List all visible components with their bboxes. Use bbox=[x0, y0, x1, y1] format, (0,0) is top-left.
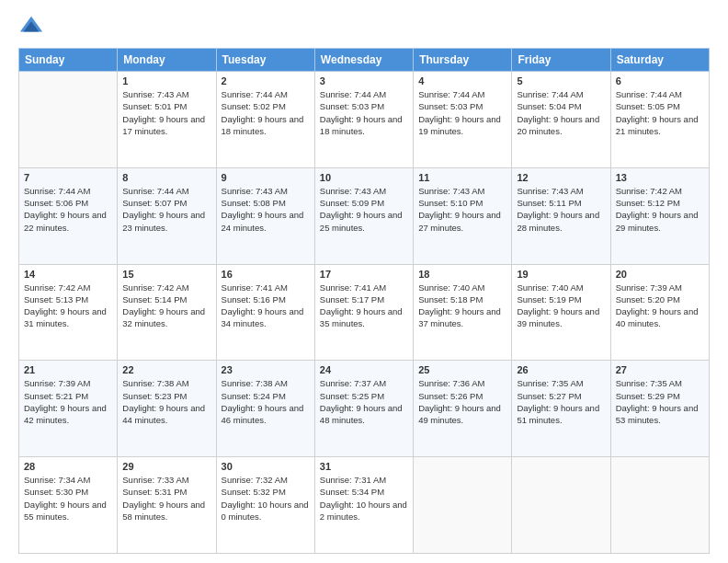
cell-content: Sunrise: 7:43 AMSunset: 5:11 PMDaylight:… bbox=[517, 185, 605, 234]
day-cell: 20Sunrise: 7:39 AMSunset: 5:20 PMDayligh… bbox=[610, 264, 709, 361]
cell-content: Sunrise: 7:32 AMSunset: 5:32 PMDaylight:… bbox=[222, 474, 310, 523]
weekday-header-tuesday: Tuesday bbox=[216, 49, 314, 72]
day-cell: 2Sunrise: 7:44 AMSunset: 5:02 PMDaylight… bbox=[216, 72, 314, 168]
day-number: 26 bbox=[517, 364, 605, 375]
logo-icon bbox=[18, 13, 44, 39]
day-cell: 15Sunrise: 7:42 AMSunset: 5:14 PMDayligh… bbox=[118, 264, 216, 361]
cell-content: Sunrise: 7:43 AMSunset: 5:01 PMDaylight:… bbox=[122, 88, 210, 137]
day-number: 18 bbox=[418, 269, 506, 280]
cell-content: Sunrise: 7:44 AMSunset: 5:07 PMDaylight:… bbox=[122, 185, 210, 234]
day-number: 7 bbox=[24, 172, 112, 183]
day-cell: 14Sunrise: 7:42 AMSunset: 5:13 PMDayligh… bbox=[19, 264, 118, 361]
cell-content: Sunrise: 7:43 AMSunset: 5:10 PMDaylight:… bbox=[418, 185, 506, 234]
day-number: 6 bbox=[616, 75, 704, 86]
day-number: 13 bbox=[616, 172, 704, 183]
cell-content: Sunrise: 7:37 AMSunset: 5:25 PMDaylight:… bbox=[320, 377, 408, 426]
cell-content: Sunrise: 7:31 AMSunset: 5:34 PMDaylight:… bbox=[320, 474, 408, 523]
day-number: 25 bbox=[418, 364, 506, 375]
day-cell: 19Sunrise: 7:40 AMSunset: 5:19 PMDayligh… bbox=[512, 264, 610, 361]
cell-content: Sunrise: 7:34 AMSunset: 5:30 PMDaylight:… bbox=[24, 474, 112, 523]
day-cell bbox=[414, 457, 512, 554]
day-number: 29 bbox=[122, 461, 210, 472]
day-cell: 21Sunrise: 7:39 AMSunset: 5:21 PMDayligh… bbox=[19, 361, 118, 457]
cell-content: Sunrise: 7:40 AMSunset: 5:19 PMDaylight:… bbox=[517, 282, 605, 330]
day-number: 3 bbox=[320, 75, 408, 86]
day-number: 9 bbox=[222, 172, 310, 183]
cell-content: Sunrise: 7:44 AMSunset: 5:06 PMDaylight:… bbox=[24, 185, 112, 234]
day-number: 15 bbox=[122, 269, 210, 280]
weekday-header-wednesday: Wednesday bbox=[314, 49, 413, 72]
day-number: 16 bbox=[222, 269, 310, 280]
day-cell: 9Sunrise: 7:43 AMSunset: 5:08 PMDaylight… bbox=[216, 167, 314, 264]
day-number: 28 bbox=[24, 461, 112, 472]
cell-content: Sunrise: 7:38 AMSunset: 5:24 PMDaylight:… bbox=[222, 377, 310, 426]
day-number: 21 bbox=[24, 364, 112, 375]
day-number: 19 bbox=[517, 269, 605, 280]
weekday-header-thursday: Thursday bbox=[414, 49, 512, 72]
day-number: 22 bbox=[122, 364, 210, 375]
day-number: 12 bbox=[517, 172, 605, 183]
cell-content: Sunrise: 7:33 AMSunset: 5:31 PMDaylight:… bbox=[122, 474, 210, 523]
cell-content: Sunrise: 7:43 AMSunset: 5:09 PMDaylight:… bbox=[320, 185, 408, 234]
day-cell: 6Sunrise: 7:44 AMSunset: 5:05 PMDaylight… bbox=[610, 72, 709, 168]
day-cell: 13Sunrise: 7:42 AMSunset: 5:12 PMDayligh… bbox=[610, 167, 709, 264]
day-cell: 5Sunrise: 7:44 AMSunset: 5:04 PMDaylight… bbox=[512, 72, 610, 168]
page: SundayMondayTuesdayWednesdayThursdayFrid… bbox=[0, 0, 728, 563]
day-cell: 3Sunrise: 7:44 AMSunset: 5:03 PMDaylight… bbox=[314, 72, 413, 168]
day-cell: 24Sunrise: 7:37 AMSunset: 5:25 PMDayligh… bbox=[314, 361, 413, 457]
calendar: SundayMondayTuesdayWednesdayThursdayFrid… bbox=[18, 48, 710, 554]
cell-content: Sunrise: 7:38 AMSunset: 5:23 PMDaylight:… bbox=[122, 377, 210, 426]
cell-content: Sunrise: 7:35 AMSunset: 5:29 PMDaylight:… bbox=[616, 377, 704, 426]
day-number: 31 bbox=[320, 461, 408, 472]
day-cell: 26Sunrise: 7:35 AMSunset: 5:27 PMDayligh… bbox=[512, 361, 610, 457]
day-cell: 16Sunrise: 7:41 AMSunset: 5:16 PMDayligh… bbox=[216, 264, 314, 361]
day-cell: 12Sunrise: 7:43 AMSunset: 5:11 PMDayligh… bbox=[512, 167, 610, 264]
cell-content: Sunrise: 7:39 AMSunset: 5:21 PMDaylight:… bbox=[24, 377, 112, 426]
cell-content: Sunrise: 7:44 AMSunset: 5:03 PMDaylight:… bbox=[320, 88, 408, 137]
weekday-header-sunday: Sunday bbox=[19, 49, 118, 72]
day-number: 23 bbox=[222, 364, 310, 375]
day-number: 8 bbox=[122, 172, 210, 183]
weekday-header-friday: Friday bbox=[512, 49, 610, 72]
day-number: 24 bbox=[320, 364, 408, 375]
cell-content: Sunrise: 7:40 AMSunset: 5:18 PMDaylight:… bbox=[418, 282, 506, 330]
day-cell: 23Sunrise: 7:38 AMSunset: 5:24 PMDayligh… bbox=[216, 361, 314, 457]
day-cell: 8Sunrise: 7:44 AMSunset: 5:07 PMDaylight… bbox=[118, 167, 216, 264]
day-number: 5 bbox=[517, 75, 605, 86]
logo bbox=[18, 17, 48, 39]
day-number: 10 bbox=[320, 172, 408, 183]
day-cell: 18Sunrise: 7:40 AMSunset: 5:18 PMDayligh… bbox=[414, 264, 512, 361]
cell-content: Sunrise: 7:41 AMSunset: 5:17 PMDaylight:… bbox=[320, 282, 408, 330]
day-number: 17 bbox=[320, 269, 408, 280]
cell-content: Sunrise: 7:43 AMSunset: 5:08 PMDaylight:… bbox=[222, 185, 310, 234]
weekday-header-row: SundayMondayTuesdayWednesdayThursdayFrid… bbox=[19, 49, 710, 72]
day-cell: 1Sunrise: 7:43 AMSunset: 5:01 PMDaylight… bbox=[118, 72, 216, 168]
day-cell bbox=[512, 457, 610, 554]
day-number: 14 bbox=[24, 269, 112, 280]
day-cell bbox=[19, 72, 118, 168]
day-cell: 11Sunrise: 7:43 AMSunset: 5:10 PMDayligh… bbox=[414, 167, 512, 264]
day-number: 1 bbox=[122, 75, 210, 86]
day-number: 30 bbox=[222, 461, 310, 472]
day-number: 2 bbox=[222, 75, 310, 86]
week-row-3: 21Sunrise: 7:39 AMSunset: 5:21 PMDayligh… bbox=[19, 361, 710, 457]
day-cell: 31Sunrise: 7:31 AMSunset: 5:34 PMDayligh… bbox=[314, 457, 413, 554]
day-cell: 4Sunrise: 7:44 AMSunset: 5:03 PMDaylight… bbox=[414, 72, 512, 168]
day-number: 4 bbox=[418, 75, 506, 86]
day-number: 11 bbox=[418, 172, 506, 183]
day-number: 20 bbox=[616, 269, 704, 280]
cell-content: Sunrise: 7:42 AMSunset: 5:12 PMDaylight:… bbox=[616, 185, 704, 234]
weekday-header-saturday: Saturday bbox=[610, 49, 709, 72]
day-cell: 25Sunrise: 7:36 AMSunset: 5:26 PMDayligh… bbox=[414, 361, 512, 457]
day-cell: 30Sunrise: 7:32 AMSunset: 5:32 PMDayligh… bbox=[216, 457, 314, 554]
day-cell: 17Sunrise: 7:41 AMSunset: 5:17 PMDayligh… bbox=[314, 264, 413, 361]
day-cell: 7Sunrise: 7:44 AMSunset: 5:06 PMDaylight… bbox=[19, 167, 118, 264]
week-row-0: 1Sunrise: 7:43 AMSunset: 5:01 PMDaylight… bbox=[19, 72, 710, 168]
day-cell: 28Sunrise: 7:34 AMSunset: 5:30 PMDayligh… bbox=[19, 457, 118, 554]
cell-content: Sunrise: 7:44 AMSunset: 5:02 PMDaylight:… bbox=[222, 88, 310, 137]
header bbox=[18, 17, 710, 39]
cell-content: Sunrise: 7:44 AMSunset: 5:03 PMDaylight:… bbox=[418, 88, 506, 137]
weekday-header-monday: Monday bbox=[118, 49, 216, 72]
cell-content: Sunrise: 7:39 AMSunset: 5:20 PMDaylight:… bbox=[616, 282, 704, 330]
week-row-4: 28Sunrise: 7:34 AMSunset: 5:30 PMDayligh… bbox=[19, 457, 710, 554]
